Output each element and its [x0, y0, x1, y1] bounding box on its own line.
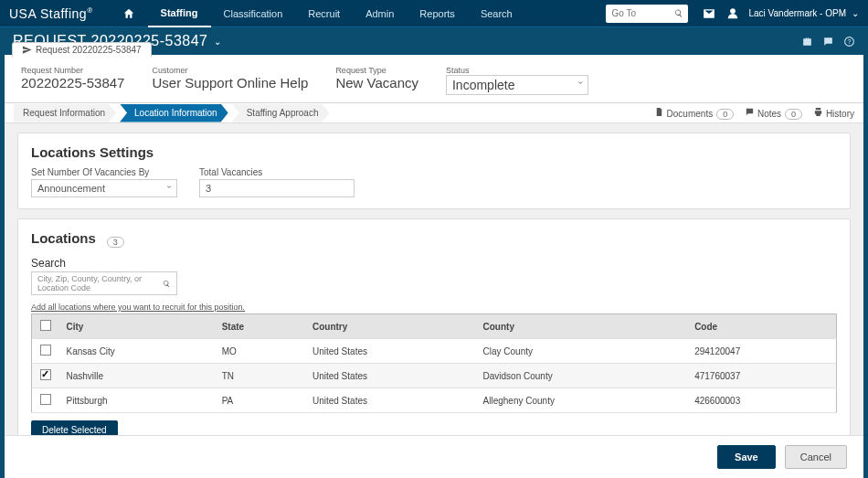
- status-select[interactable]: Incomplete: [446, 75, 588, 95]
- home-nav[interactable]: [110, 0, 148, 27]
- goto-input[interactable]: [611, 8, 673, 18]
- nav-recruit[interactable]: Recruit: [295, 0, 353, 27]
- user-icon: [726, 7, 739, 20]
- home-icon: [122, 7, 135, 20]
- help-icon[interactable]: ?: [843, 36, 855, 48]
- location-search[interactable]: City, Zip, County, Country, or Location …: [31, 271, 177, 295]
- step-bar: Request InformationLocation InformationS…: [5, 103, 863, 123]
- locations-hint: Add all locations where you want to recr…: [31, 303, 837, 312]
- svg-text:?: ?: [847, 38, 851, 45]
- table-row[interactable]: Kansas CityMOUnited StatesClay County294…: [32, 339, 837, 364]
- request-number-block: Request Number 20220225-53847: [21, 66, 124, 95]
- chat-icon[interactable]: [822, 36, 834, 48]
- locations-count: 3: [107, 237, 124, 248]
- customer-block: Customer User Support Online Help: [152, 66, 308, 95]
- user-menu[interactable]: Laci Vandermark - OPM⌄: [748, 8, 859, 18]
- nav-search[interactable]: Search: [468, 0, 525, 27]
- nav-admin[interactable]: Admin: [353, 0, 407, 27]
- notes-link[interactable]: Notes0: [745, 107, 802, 120]
- title-caret-icon[interactable]: ⌄: [214, 37, 222, 47]
- locations-title: Locations: [31, 230, 96, 246]
- row-checkbox[interactable]: [40, 345, 51, 356]
- page-container: Request 20220225-53847 Request Number 20…: [5, 55, 863, 478]
- request-header: Request Number 20220225-53847 Customer U…: [5, 55, 863, 103]
- top-nav: USA Staffing® StaffingClassificationRecr…: [0, 0, 868, 27]
- brand: USA Staffing®: [9, 6, 93, 21]
- locations-table: CityStateCountryCountyCode Kansas CityMO…: [31, 313, 837, 413]
- row-checkbox[interactable]: [40, 369, 51, 380]
- table-row[interactable]: NashvilleTNUnited StatesDavidson County4…: [32, 364, 837, 388]
- col-city[interactable]: City: [59, 314, 215, 339]
- status-block: Status Incomplete: [446, 66, 588, 95]
- goto-search[interactable]: [606, 5, 688, 23]
- total-vacancies-input[interactable]: [199, 179, 355, 197]
- documents-link[interactable]: Documents0: [654, 107, 734, 120]
- request-type-block: Request Type New Vacancy: [335, 66, 418, 95]
- document-icon: [654, 107, 664, 117]
- search-icon: [674, 8, 683, 18]
- search-icon: [163, 279, 171, 289]
- row-checkbox[interactable]: [40, 394, 51, 405]
- note-icon: [745, 107, 755, 117]
- locations-settings-title: Locations Settings: [31, 144, 837, 160]
- nav-staffing[interactable]: Staffing: [148, 0, 211, 27]
- step-location-information[interactable]: Location Information: [120, 104, 228, 122]
- request-tab[interactable]: Request 20220225-53847: [12, 42, 152, 57]
- step-request-information[interactable]: Request Information: [14, 104, 116, 122]
- delete-selected-button[interactable]: Delete Selected: [31, 420, 118, 435]
- history-link[interactable]: History: [813, 107, 854, 119]
- col-country[interactable]: Country: [305, 314, 476, 339]
- send-icon: [22, 45, 32, 55]
- col-state[interactable]: State: [215, 314, 305, 339]
- save-button[interactable]: Save: [717, 445, 776, 469]
- step-staffing-approach[interactable]: Staffing Approach: [232, 104, 330, 122]
- table-row[interactable]: PittsburghPAUnited StatesAllegheny Count…: [32, 388, 837, 413]
- mail-icon[interactable]: [703, 7, 715, 20]
- set-vacancies-by-select[interactable]: Announcement: [31, 179, 177, 197]
- col-county[interactable]: County: [476, 314, 688, 339]
- print-icon: [813, 107, 823, 117]
- cancel-button[interactable]: Cancel: [785, 445, 847, 469]
- main-content: Locations Settings Set Number Of Vacanci…: [5, 123, 863, 435]
- locations-settings-panel: Locations Settings Set Number Of Vacanci…: [17, 133, 851, 209]
- nav-classification[interactable]: Classification: [211, 0, 296, 27]
- nav-reports[interactable]: Reports: [407, 0, 468, 27]
- footer-actions: Save Cancel: [5, 435, 863, 478]
- col-code[interactable]: Code: [687, 314, 836, 339]
- locations-panel: Locations 3 Search City, Zip, County, Co…: [17, 218, 851, 435]
- select-all-checkbox[interactable]: [40, 320, 51, 331]
- briefcase-icon[interactable]: [801, 36, 813, 48]
